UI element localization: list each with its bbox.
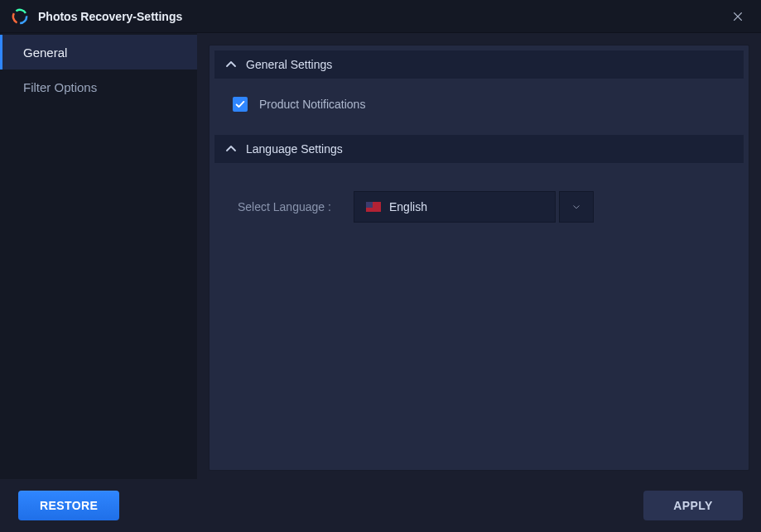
apply-button[interactable]: APPLY (643, 491, 743, 520)
window-title: Photos Recovery-Settings (38, 10, 726, 23)
section-body-general: Product Notifications (214, 79, 744, 135)
content: General Settings Product Notifications L… (197, 33, 761, 479)
language-select-label: Select Language : (238, 200, 354, 213)
language-row: Select Language : English (214, 163, 744, 251)
language-select-value[interactable]: English (354, 191, 556, 223)
restore-button-label: RESTORE (40, 499, 98, 512)
restore-button[interactable]: RESTORE (18, 491, 119, 520)
language-select[interactable]: English (354, 191, 594, 223)
apply-button-label: APPLY (673, 499, 712, 512)
chevron-up-icon (224, 58, 238, 71)
settings-panel: General Settings Product Notifications L… (209, 45, 749, 471)
notifications-checkbox[interactable] (233, 97, 248, 112)
language-dropdown-button[interactable] (559, 191, 594, 223)
notifications-row: Product Notifications (233, 97, 732, 112)
footer: RESTORE APPLY (0, 479, 761, 532)
sidebar-item-filter-options[interactable]: Filter Options (0, 69, 197, 104)
section-header-language[interactable]: Language Settings (214, 135, 744, 163)
titlebar: Photos Recovery-Settings (0, 0, 761, 33)
close-icon[interactable] (726, 5, 749, 28)
main-area: General Filter Options General Settings … (0, 33, 761, 479)
section-header-label: Language Settings (246, 142, 343, 156)
chevron-up-icon (224, 142, 238, 156)
section-header-label: General Settings (246, 58, 332, 71)
language-selected-text: English (389, 200, 427, 213)
section-header-general[interactable]: General Settings (214, 50, 744, 79)
app-logo-icon (12, 8, 28, 25)
us-flag-icon (366, 202, 381, 212)
sidebar: General Filter Options (0, 33, 197, 479)
notifications-label: Product Notifications (259, 98, 365, 111)
sidebar-item-general[interactable]: General (0, 35, 197, 69)
sidebar-item-label: General (23, 46, 67, 60)
sidebar-item-label: Filter Options (23, 80, 97, 94)
